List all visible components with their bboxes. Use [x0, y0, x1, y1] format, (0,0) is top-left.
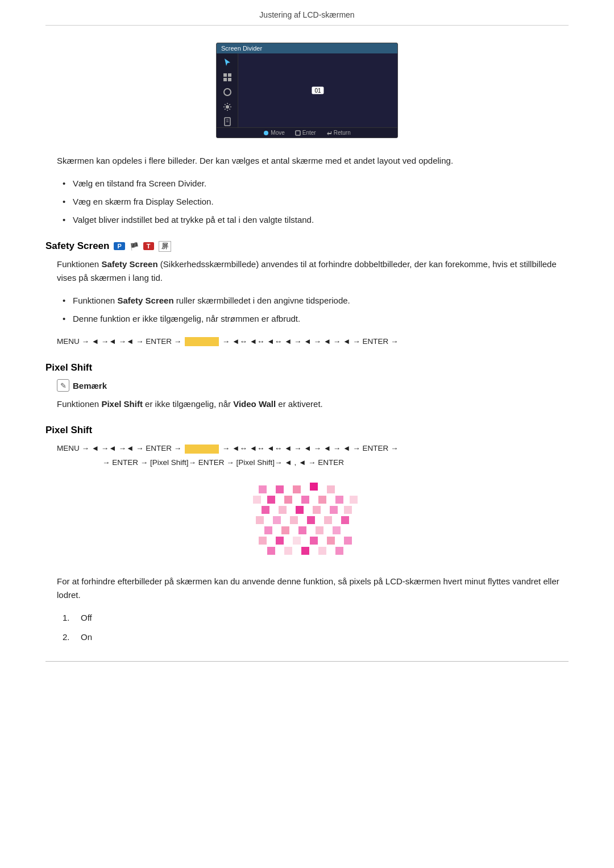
badge-screen: 屏 [159, 241, 171, 252]
sd-number-badge: 01 [312, 87, 323, 94]
svg-rect-20 [318, 496, 326, 504]
svg-rect-13 [293, 485, 301, 493]
pixel-shift-main-heading: Pixel Shift [45, 425, 569, 436]
svg-rect-36 [281, 526, 289, 534]
screen-divider-box: Screen Divider [216, 43, 398, 138]
badge-t: T [143, 242, 154, 250]
svg-rect-39 [333, 526, 341, 534]
svg-rect-24 [279, 506, 287, 514]
svg-rect-2 [223, 78, 227, 81]
safety-bullet-2: Denne funktion er ikke tilgængelig, når … [63, 312, 569, 326]
svg-rect-49 [318, 547, 326, 555]
svg-rect-0 [223, 73, 227, 77]
screen-divider-footer: Move Enter Return [217, 127, 397, 138]
flag-icon: 🏴 [130, 242, 139, 251]
pixel-art-svg [247, 480, 367, 562]
svg-rect-35 [264, 526, 272, 534]
svg-rect-45 [344, 537, 352, 545]
svg-rect-37 [298, 526, 306, 534]
footer-hint-move: Move [263, 130, 284, 136]
bullet-item: Væg en skærm fra Display Selection. [63, 195, 569, 209]
screen-divider-main: 01 [238, 53, 397, 127]
svg-rect-17 [267, 496, 275, 504]
svg-rect-29 [256, 516, 264, 524]
svg-rect-28 [344, 506, 352, 514]
note-box: ✎ Bemærk [57, 379, 569, 392]
safety-screen-bullets: Funktionen Safety Screen ruller skærmbil… [63, 294, 569, 326]
svg-rect-15 [327, 485, 335, 493]
page-footer [45, 661, 569, 667]
screen-divider-bullets: Vælg en tilstand fra Screen Divider. Væg… [63, 177, 569, 227]
note-label: Bemærk [73, 381, 107, 391]
pixel-shift-main-title: Pixel Shift [45, 425, 92, 436]
sd-grid-icon [221, 73, 234, 82]
bullet-item: Vælg en tilstand fra Screen Divider. [63, 177, 569, 190]
numbered-item-2: 2. On [63, 630, 569, 644]
bullet-item: Valget bliver indstillet bed at trykke p… [63, 213, 569, 227]
svg-rect-16 [253, 496, 261, 504]
page-header: Justering af LCD-skærmen [45, 0, 569, 26]
svg-rect-14 [310, 483, 318, 491]
pixel-shift-note-title: Pixel Shift [45, 362, 92, 373]
menu-highlight-2 [185, 445, 219, 454]
svg-rect-11 [259, 485, 267, 493]
page-title: Justering af LCD-skærmen [259, 10, 354, 19]
intro-paragraph: Skærmen kan opdeles i flere billeder. De… [45, 154, 569, 168]
svg-rect-22 [350, 496, 358, 504]
svg-rect-41 [276, 537, 284, 545]
svg-rect-26 [313, 506, 321, 514]
numbered-item-1: 1. Off [63, 611, 569, 625]
screen-divider-sidebar [217, 53, 238, 127]
sd-cursor-icon [221, 58, 234, 67]
svg-point-4 [224, 89, 231, 95]
pixel-shift-note-heading: Pixel Shift [45, 362, 569, 373]
svg-rect-1 [228, 73, 231, 77]
note-icon: ✎ [57, 379, 69, 392]
footer-hint-enter: Enter [295, 130, 316, 136]
svg-rect-23 [262, 506, 269, 514]
svg-rect-32 [307, 516, 315, 524]
svg-rect-40 [259, 537, 267, 545]
footer-hint-return: Return [326, 130, 351, 136]
sd-gear-icon [221, 102, 234, 111]
svg-rect-30 [273, 516, 281, 524]
safety-screen-description: Funktionen Safety Screen (Sikkerhedsskær… [45, 258, 569, 285]
pixel-shift-menu-path: MENU → ◄ →◄ →◄ → ENTER → → ◄↔ ◄↔ ◄↔ ◄ → … [57, 442, 569, 470]
safety-bullet-1: Funktionen Safety Screen ruller skærmbil… [63, 294, 569, 308]
svg-rect-19 [301, 496, 309, 504]
svg-rect-50 [335, 547, 343, 555]
svg-rect-48 [301, 547, 309, 555]
pixel-shift-numbered-list: 1. Off 2. On [63, 611, 569, 644]
badge-p: P [114, 242, 125, 250]
sd-document-icon [221, 117, 234, 126]
pixel-shift-note-text: Funktionen Pixel Shift er ikke tilgængel… [45, 397, 569, 411]
svg-point-5 [226, 105, 229, 109]
svg-rect-44 [327, 537, 335, 545]
svg-rect-10 [296, 131, 300, 135]
screen-divider-titlebar: Screen Divider [217, 43, 397, 53]
safety-screen-heading: Safety Screen P 🏴 T 屏 [45, 240, 569, 252]
svg-rect-27 [330, 506, 338, 514]
svg-rect-33 [324, 516, 332, 524]
screen-divider-body: 01 [217, 53, 397, 127]
screen-divider-image: Screen Divider [45, 43, 569, 138]
sd-circle-icon [221, 88, 234, 97]
safety-screen-title: Safety Screen [45, 240, 109, 252]
svg-rect-12 [276, 485, 284, 493]
svg-rect-38 [316, 526, 323, 534]
svg-rect-34 [341, 516, 349, 524]
svg-rect-18 [284, 496, 292, 504]
pixel-shift-description: For at forhindre efterbilleder på skærme… [45, 575, 569, 602]
svg-rect-21 [335, 496, 343, 504]
pixel-shift-image [45, 480, 569, 562]
svg-rect-47 [284, 547, 292, 555]
svg-rect-3 [228, 78, 231, 81]
safety-screen-menu-path: MENU → ◄ →◄ →◄ → ENTER → → ◄↔ ◄↔ ◄↔ ◄ → … [57, 335, 569, 348]
menu-highlight [185, 337, 219, 346]
svg-rect-43 [310, 537, 318, 545]
svg-rect-46 [267, 547, 275, 555]
svg-point-9 [264, 131, 268, 135]
svg-rect-25 [296, 506, 304, 514]
svg-rect-31 [290, 516, 298, 524]
svg-rect-42 [293, 537, 301, 545]
